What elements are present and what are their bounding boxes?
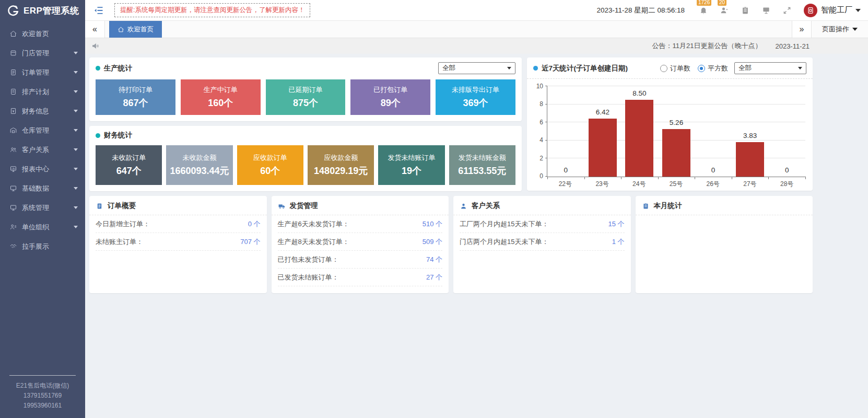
summary-row-value[interactable]: 74 个 bbox=[426, 255, 442, 264]
summary-row-value[interactable]: 15 个 bbox=[608, 219, 624, 229]
finance-stat-card[interactable]: 未收款金额1660093.44元 bbox=[166, 145, 232, 185]
stat-card-label: 未收款订单 bbox=[112, 153, 146, 162]
stat-card-label: 发货未结账金额 bbox=[459, 153, 506, 162]
production-filter-select[interactable]: 全部 bbox=[438, 62, 515, 74]
chart-filter-select[interactable]: 全部 bbox=[734, 62, 806, 74]
finance-stat-card[interactable]: 未收款订单647个 bbox=[96, 145, 162, 185]
panel-shipping: 发货管理生产超6天未发货订单：510 个生产超8天未发货订单：509 个已打包未… bbox=[272, 196, 449, 293]
finance-stat-card[interactable]: 发货未结账订单19个 bbox=[378, 145, 444, 185]
home-icon bbox=[118, 26, 124, 33]
menu-fold-icon[interactable] bbox=[93, 5, 104, 16]
page-actions-caret-icon bbox=[852, 28, 858, 31]
x-axis-label: 26号 bbox=[707, 180, 720, 189]
stat-card-label: 应收款金额 bbox=[324, 153, 358, 162]
finance-stat-card[interactable]: 发货未结账金额61153.55元 bbox=[449, 145, 515, 185]
summary-row: 已打包未发货订单：74 个 bbox=[278, 251, 443, 269]
user-caret-down-icon[interactable] bbox=[855, 9, 861, 12]
x-tick bbox=[805, 177, 806, 179]
summary-row-label: 已发货未结账订单： bbox=[278, 273, 339, 282]
summary-row-label: 已打包未发货订单： bbox=[278, 255, 339, 264]
user-avatar[interactable] bbox=[804, 4, 817, 17]
fullscreen-icon[interactable] bbox=[782, 6, 792, 15]
user-notifications-icon[interactable]: 20 bbox=[720, 6, 729, 15]
sidebar-item-report[interactable]: 报表中心 bbox=[0, 159, 85, 179]
bar-value-label: 0 bbox=[564, 166, 568, 174]
announcement-text[interactable]: 公告：11月21日更新公告（晚十点） bbox=[652, 41, 761, 51]
sidebar-item-label: 客户关系 bbox=[22, 145, 49, 155]
report-icon bbox=[9, 165, 17, 173]
panel-header: 发货管理 bbox=[272, 196, 449, 215]
chart-radio-0[interactable]: 订单数 bbox=[660, 64, 690, 73]
sidebar-item-store[interactable]: 门店管理 bbox=[0, 43, 85, 63]
tab-welcome-home[interactable]: 欢迎首页 bbox=[109, 21, 162, 38]
stat-card-value: 875个 bbox=[293, 97, 318, 109]
gridline bbox=[547, 86, 805, 86]
username-label[interactable]: 智能工厂 bbox=[821, 5, 852, 15]
finance-stat-card[interactable]: 应收款订单60个 bbox=[237, 145, 303, 185]
monitor-icon[interactable] bbox=[761, 6, 771, 15]
sidebar-item-customer[interactable]: 客户关系 bbox=[0, 140, 85, 159]
sidebar-item-org[interactable]: 单位组织 bbox=[0, 217, 85, 237]
finance-icon bbox=[9, 107, 17, 115]
production-stats-title: 生产统计 bbox=[104, 64, 132, 73]
speaker-icon[interactable] bbox=[91, 42, 100, 50]
logo-icon bbox=[6, 4, 20, 17]
sidebar-item-warehouse[interactable]: 仓库管理 bbox=[0, 121, 85, 140]
sidebar-item-handshake[interactable]: 拉手展示 bbox=[0, 237, 85, 256]
summary-row-value[interactable]: 707 个 bbox=[240, 237, 260, 247]
y-tick bbox=[545, 104, 547, 104]
bar-value-label: 6.42 bbox=[596, 108, 609, 116]
finance-stat-card[interactable]: 应收款金额148029.19元 bbox=[308, 145, 374, 185]
panel-customer-relations: 客户关系工厂两个月内超15天未下单：15 个门店两个月内超15天未下单：1 个 bbox=[453, 196, 631, 293]
tabs-scroll-right-button[interactable]: » bbox=[792, 21, 812, 38]
panel-title: 客户关系 bbox=[472, 201, 500, 211]
chevron-down-icon bbox=[74, 226, 78, 228]
summary-row-value[interactable]: 0 个 bbox=[248, 219, 261, 229]
bar bbox=[662, 129, 690, 177]
select-caret-icon bbox=[507, 67, 511, 69]
page-actions-dropdown[interactable]: 页面操作 bbox=[812, 21, 868, 38]
summary-row-value[interactable]: 27 个 bbox=[426, 273, 442, 282]
panel-order-summary: 订单概要今日新增主订单：0 个未结账主订单：707 个 bbox=[89, 196, 267, 293]
sidebar-item-label: 拉手展示 bbox=[22, 242, 49, 251]
sidebar-item-data[interactable]: 基础数据 bbox=[0, 179, 85, 198]
production-stat-card[interactable]: 待打印订单867个 bbox=[96, 79, 175, 115]
summary-row: 门店两个月内超15天未下单：1 个 bbox=[460, 233, 625, 251]
bell-icon[interactable]: 1726 bbox=[699, 6, 708, 15]
chevron-down-icon bbox=[74, 110, 78, 112]
production-stats-panel: 生产统计 全部 待打印订单867个生产中订单160个已延期订单875个已打包订单… bbox=[89, 57, 522, 121]
stat-card-label: 已打包订单 bbox=[373, 85, 407, 95]
production-stat-card[interactable]: 已延期订单875个 bbox=[266, 79, 346, 115]
chart-radio-1[interactable]: 平方数 bbox=[698, 64, 728, 73]
radio-label: 平方数 bbox=[708, 64, 728, 73]
summary-row-value[interactable]: 509 个 bbox=[423, 237, 442, 247]
sidebar-item-label: 财务信息 bbox=[22, 107, 49, 116]
sidebar-item-order[interactable]: 订单管理 bbox=[0, 63, 85, 82]
summary-row-value[interactable]: 1 个 bbox=[612, 237, 625, 247]
x-axis-label: 24号 bbox=[632, 180, 646, 189]
announcement-bar: 公告：11月21日更新公告（晚十点） 2023-11-21 bbox=[85, 38, 868, 54]
sidebar-item-finance[interactable]: 财务信息 bbox=[0, 101, 85, 121]
stat-card-value: 19个 bbox=[402, 165, 421, 177]
sidebar-item-label: 系统管理 bbox=[22, 203, 49, 213]
stat-card-value: 647个 bbox=[116, 165, 142, 177]
sidebar-item-plan[interactable]: 排产计划 bbox=[0, 82, 85, 101]
tabs-scroll-left-button[interactable]: « bbox=[85, 21, 105, 38]
sidebar-item-label: 欢迎首页 bbox=[22, 29, 49, 39]
sidebar-item-system[interactable]: 系统管理 bbox=[0, 198, 85, 217]
weekly-chart-panel: 近7天统计(子订单创建日期) 订单数平方数 全部 0246810 06.428.… bbox=[527, 57, 813, 191]
summary-row: 生产超6天未发货订单：510 个 bbox=[278, 215, 443, 233]
panel-title: 订单概要 bbox=[108, 201, 136, 211]
production-stat-card[interactable]: 未排版导出订单369个 bbox=[436, 79, 515, 115]
production-stat-card[interactable]: 已打包订单89个 bbox=[350, 79, 430, 115]
summary-row: 生产超8天未发货订单：509 个 bbox=[278, 233, 443, 251]
monitor-icon bbox=[9, 204, 17, 212]
app-logo: ERP管理系统 bbox=[0, 0, 85, 21]
production-stat-card[interactable]: 生产中订单160个 bbox=[181, 79, 261, 115]
summary-row-value[interactable]: 510 个 bbox=[423, 219, 442, 229]
stat-card-label: 已延期订单 bbox=[288, 85, 322, 95]
clipboard-icon[interactable] bbox=[741, 6, 750, 15]
datetime-display: 2023-11-28 星期二 08:56:18 bbox=[596, 6, 685, 15]
sidebar-item-home[interactable]: 欢迎首页 bbox=[0, 24, 85, 43]
stat-card-value: 160个 bbox=[208, 97, 233, 109]
